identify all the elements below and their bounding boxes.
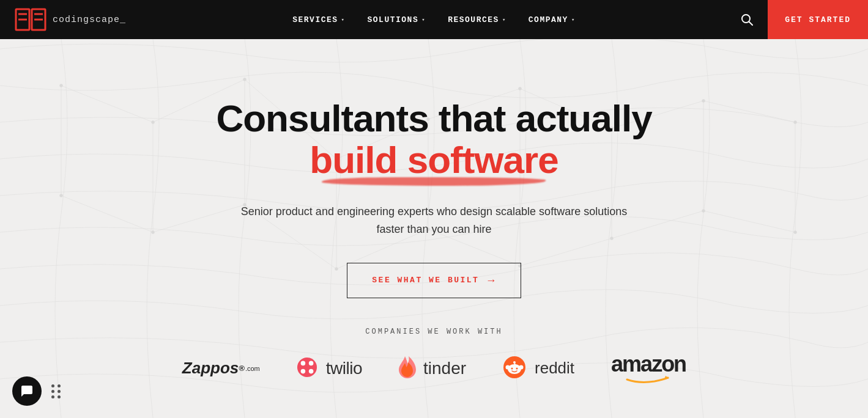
twilio-icon [297, 357, 317, 380]
svg-point-53 [309, 361, 314, 366]
svg-point-57 [508, 364, 521, 374]
svg-point-62 [506, 365, 510, 369]
logo-text: codingscape_ [53, 15, 126, 25]
dot [51, 395, 54, 398]
dots-grid [51, 384, 61, 398]
companies-logos: Zappos ® .com twilio [24, 353, 844, 384]
svg-line-34 [61, 196, 153, 232]
navbar: codingscape_ SERVICES ▾ SOLUTIONS ▾ RESO… [0, 0, 868, 39]
svg-point-52 [300, 361, 305, 366]
chat-widget[interactable] [12, 376, 42, 406]
dots-widget[interactable] [46, 376, 66, 406]
svg-line-33 [703, 101, 795, 122]
amazon-text: amazon [611, 353, 686, 375]
svg-line-26 [61, 86, 153, 122]
nav-item-resources[interactable]: RESOURCES ▾ [448, 15, 506, 24]
amazon-logo: amazon [611, 353, 686, 384]
companies-section: COMPANIES WE WORK WITH Zappos ® .com [0, 328, 868, 384]
svg-point-60 [513, 361, 516, 364]
reddit-text: reddit [535, 359, 574, 378]
svg-point-55 [309, 369, 314, 374]
tinder-flame-icon [399, 356, 416, 381]
cta-label: SEE WHAT WE BUILT [372, 276, 479, 285]
twilio-logo: twilio [297, 357, 362, 380]
logo-icon [15, 8, 46, 31]
chat-icon [20, 384, 34, 398]
svg-line-41 [703, 211, 795, 232]
svg-point-9 [152, 121, 155, 124]
nav-left: codingscape_ [15, 8, 126, 31]
chevron-down-icon: ▾ [421, 16, 426, 23]
nav-item-services[interactable]: SERVICES ▾ [292, 15, 345, 24]
hero-content: Consultants that actually build software… [204, 73, 664, 298]
tinder-logo: tinder [399, 356, 466, 381]
tinder-text: tinder [423, 359, 466, 378]
dot [57, 390, 61, 393]
svg-point-63 [519, 365, 524, 369]
dot [51, 384, 54, 387]
svg-line-7 [749, 22, 753, 26]
nav-center: SERVICES ▾ SOLUTIONS ▾ RESOURCES ▾ COMPA… [292, 15, 576, 24]
chevron-down-icon: ▾ [502, 16, 506, 23]
svg-point-51 [297, 358, 317, 377]
chevron-down-icon: ▾ [341, 16, 346, 23]
svg-point-24 [702, 210, 705, 213]
svg-point-15 [702, 100, 705, 103]
svg-point-59 [516, 367, 518, 369]
nav-right: GET STARTED [726, 0, 868, 39]
amazon-arrow-icon [624, 375, 673, 384]
nav-item-solutions[interactable]: SOLUTIONS ▾ [368, 15, 426, 24]
dot [51, 390, 54, 393]
hero-subtitle: Senior product and engineering experts w… [226, 203, 642, 238]
search-button[interactable] [726, 13, 768, 26]
svg-point-18 [152, 231, 155, 234]
hero-section: Consultants that actually build software… [0, 0, 868, 418]
svg-point-25 [794, 231, 797, 234]
dot [57, 384, 61, 387]
logo[interactable]: codingscape_ [15, 8, 126, 31]
svg-point-8 [60, 84, 63, 87]
hero-title-line2: build software [310, 139, 558, 181]
svg-point-58 [511, 367, 513, 369]
cta-button[interactable]: SEE WHAT WE BUILT → [347, 263, 521, 298]
get-started-button[interactable]: GET STARTED [768, 0, 868, 39]
hero-title-line1: Consultants that actually [216, 98, 651, 139]
svg-point-16 [794, 121, 797, 124]
search-icon [741, 13, 753, 26]
reddit-logo: reddit [503, 356, 574, 381]
svg-point-17 [60, 194, 63, 197]
reddit-icon [503, 356, 526, 381]
companies-label: COMPANIES WE WORK WITH [24, 328, 844, 336]
nav-item-company[interactable]: COMPANY ▾ [529, 15, 576, 24]
dot [57, 395, 61, 398]
chevron-down-icon: ▾ [571, 16, 576, 23]
svg-point-54 [300, 369, 305, 374]
twilio-text: twilio [326, 359, 362, 378]
arrow-icon: → [488, 274, 495, 287]
zappos-logo: Zappos ® .com [182, 359, 260, 378]
